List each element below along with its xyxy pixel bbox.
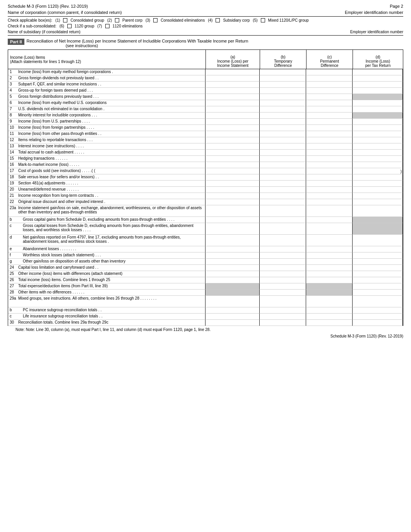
col-a-cell xyxy=(206,265,260,271)
col-a-cell xyxy=(206,119,260,125)
schedule-name: Schedule M-3 (Form 1120) (Rev. 12-2019) xyxy=(8,4,88,9)
checkbox-mixed-group[interactable] xyxy=(261,18,265,22)
1120-elim-label: 1120 eliminations xyxy=(113,24,143,28)
mixed-group-label: Mixed 1120/L/PC group xyxy=(268,18,309,22)
row-label: 30Reconciliation totals. Combine lines 2… xyxy=(8,320,206,326)
col-d-cell: ) xyxy=(353,168,403,174)
col-c-cell xyxy=(306,82,353,88)
col-c-cell xyxy=(306,150,353,156)
col-c-cell xyxy=(306,314,353,320)
col-c-cell xyxy=(306,119,353,125)
col-a-cell xyxy=(206,296,260,307)
checkbox-1120-group[interactable] xyxy=(67,24,72,28)
col-a-cell xyxy=(206,162,260,168)
col-c-cell xyxy=(306,174,353,181)
table-row: 15Hedging transactions . . . . . . xyxy=(8,156,403,162)
col-c-cell xyxy=(306,205,353,217)
col-b-cell xyxy=(260,75,306,82)
col-d-cell xyxy=(353,75,403,82)
row-label: 27Total expense/deduction items (from Pa… xyxy=(8,283,206,290)
col-a-cell xyxy=(206,156,260,162)
col-d-cell xyxy=(353,271,403,277)
col-b-cell xyxy=(260,168,306,174)
col-a-cell xyxy=(206,217,260,223)
col-c-cell xyxy=(306,283,353,290)
row-label: 6Income (loss) from equity method U.S. c… xyxy=(8,100,206,106)
table-row: bPC insurance subgroup reconciliation to… xyxy=(8,307,403,314)
row-label: 21Income recognition from long-term cont… xyxy=(8,193,206,199)
table-row: 17Cost of goods sold (see instructions) … xyxy=(8,168,403,174)
col-a-cell xyxy=(206,181,260,187)
row-label: 14Total accrual to cash adjustment . . .… xyxy=(8,150,206,156)
col-c-cell xyxy=(306,113,353,119)
col-a-cell xyxy=(206,100,260,106)
col-a-cell xyxy=(206,137,260,143)
col-b-cell xyxy=(260,277,306,283)
col-b-cell xyxy=(260,223,306,235)
table-row: 4Gross-up for foreign taxes deemed paid … xyxy=(8,88,403,94)
row-label: 24Capital loss limitation and carryforwa… xyxy=(8,265,206,271)
checkbox-1120-elim[interactable] xyxy=(105,24,110,28)
checkbox-consolidated-group[interactable] xyxy=(63,18,67,22)
table-row: 30Reconciliation totals. Combine lines 2… xyxy=(8,320,403,326)
col-d-cell xyxy=(353,174,403,181)
label-column-header: Income (Loss) Items (Attach statements f… xyxy=(8,50,206,69)
part-label: Part II xyxy=(8,39,24,45)
checkbox-consolidated-elim[interactable] xyxy=(153,18,158,22)
table-row: 22Original issue discount and other impu… xyxy=(8,199,403,205)
table-row: 2Gross foreign dividends not previously … xyxy=(8,75,403,82)
row-label: bPC insurance subgroup reconciliation to… xyxy=(8,307,206,314)
col-c-cell xyxy=(306,252,353,259)
col-a-cell xyxy=(206,106,260,113)
col-a-cell xyxy=(206,283,260,290)
col-b-cell xyxy=(260,174,306,181)
col-b-cell xyxy=(260,320,306,326)
col-d-cell xyxy=(353,69,403,75)
table-row: bGross capital gains from Schedule D, ex… xyxy=(8,217,403,223)
part-ii-header: Part II Reconciliation of Net Income (Lo… xyxy=(8,39,403,48)
col-c-header: (c) Permanent Difference xyxy=(307,50,353,69)
col-b-cell xyxy=(260,137,306,143)
corp-name-row: Name of corporation (common parent, if c… xyxy=(8,10,403,15)
table-row: 26Total income (loss) items. Combine lin… xyxy=(8,277,403,283)
col-b-cell xyxy=(260,94,306,100)
col-a-cell xyxy=(206,290,260,296)
table-row: 27Total expense/deduction items (from Pa… xyxy=(8,283,403,290)
col-c-cell xyxy=(306,106,353,113)
row-label: 19Section 481(a) adjustments . . . . . . xyxy=(8,181,206,187)
col-d-cell xyxy=(353,131,403,137)
table-row: 8Minority interest for includible corpor… xyxy=(8,113,403,119)
col-b-cell xyxy=(260,106,306,113)
note-row: Note: Note: Line 30, column (a), must eq… xyxy=(8,327,403,332)
col-c-cell xyxy=(306,137,353,143)
checkbox-parent-corp[interactable] xyxy=(115,18,119,22)
row-label: eAbandonment losses . . . . . . . . xyxy=(8,246,206,252)
col-c-cell xyxy=(306,271,353,277)
row-label: cGross capital losses from Schedule D, e… xyxy=(8,223,206,235)
row-label: 10Income (loss) from foreign partnership… xyxy=(8,125,206,131)
table-row: 29aMixed groups, see instructions. All o… xyxy=(8,296,403,307)
col-c-cell xyxy=(306,290,353,296)
col-d-cell xyxy=(353,252,403,259)
col-b-cell xyxy=(260,235,306,246)
col-d-cell xyxy=(353,283,403,290)
row-label: 9Income (loss) from U.S. partnerships . … xyxy=(8,119,206,125)
col-d-cell xyxy=(353,187,403,193)
col-b-cell xyxy=(260,100,306,106)
col-d-header: (d) Income (Loss) per Tax Return xyxy=(353,50,403,69)
subsidiary-row: Name of subsidiary (if consolidated retu… xyxy=(8,30,403,34)
row-label: 18Sale versus lease (for sellers and/or … xyxy=(8,174,206,181)
row-label: 15Hedging transactions . . . . . . xyxy=(8,156,206,162)
col-b-cell xyxy=(260,143,306,150)
col-b-cell xyxy=(260,271,306,277)
table-row: 5Gross foreign distributions previously … xyxy=(8,94,403,100)
checkbox-subsidiary-corp[interactable] xyxy=(216,18,220,22)
checkbox-num-1: (1) xyxy=(55,18,60,22)
corp-name-label: Name of corporation (common parent, if c… xyxy=(8,10,122,15)
table-row: 7U.S. dividends not eliminated in tax co… xyxy=(8,106,403,113)
col-b-cell xyxy=(260,283,306,290)
row-label: 16Mark-to-market income (loss) . . . . . xyxy=(8,162,206,168)
col-d-cell xyxy=(353,125,403,131)
col-d-cell xyxy=(353,205,403,217)
col-a-cell xyxy=(206,88,260,94)
